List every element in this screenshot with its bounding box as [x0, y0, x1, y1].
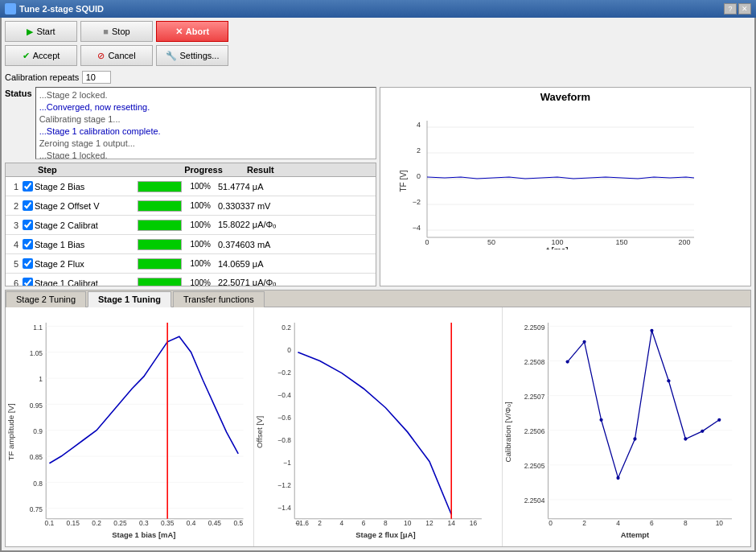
svg-text:100: 100	[551, 238, 563, 246]
close-button[interactable]: ✕	[738, 3, 751, 14]
svg-text:2.2507: 2.2507	[524, 393, 545, 401]
col-result: Result	[244, 165, 363, 175]
row-step: Stage 2 Flux	[35, 259, 134, 269]
settings-button[interactable]: 🔧 Settings...	[156, 45, 228, 66]
svg-text:−0.8: −0.8	[277, 436, 291, 444]
tab-stage2-tuning[interactable]: Stage 2 Tuning	[6, 291, 86, 307]
col-progress: Progress	[163, 165, 244, 175]
window-controls[interactable]: ? ✕	[724, 3, 751, 14]
progress-bar-outer	[138, 181, 182, 192]
svg-text:t [ms]: t [ms]	[546, 246, 568, 249]
svg-text:Stage 1 bias [mA]: Stage 1 bias [mA]	[112, 530, 175, 539]
table-row[interactable]: 1 Stage 2 Bias 100% 51.4774 μA	[6, 177, 376, 196]
svg-text:10: 10	[716, 519, 724, 527]
row-progress: 100%	[134, 181, 215, 192]
cancel-icon: ⊘	[97, 51, 105, 61]
stop-icon: ■	[103, 27, 109, 36]
row-step: Stage 2 Bias	[35, 182, 134, 192]
svg-text:0.45: 0.45	[208, 519, 222, 527]
svg-point-99	[633, 437, 636, 440]
row-pct: 100%	[183, 220, 211, 229]
svg-text:0.15: 0.15	[67, 519, 80, 527]
tab-stage1-tuning[interactable]: Stage 1 Tuning	[88, 291, 171, 307]
row-result: 22.5071 μA/Φ₀	[215, 278, 376, 286]
help-button[interactable]: ?	[724, 3, 737, 14]
svg-text:2: 2	[582, 519, 586, 527]
chart-offset: Offset [V] 0.2 0 −0.2 −0.4 −0.6 −0.8 −1 …	[254, 307, 503, 546]
row-checkbox[interactable]	[20, 200, 35, 211]
row-result: 51.4774 μA	[215, 182, 376, 192]
status-line: ...Converged, now resetting.	[39, 101, 372, 113]
svg-text:6: 6	[650, 519, 654, 527]
abort-icon: ✕	[175, 27, 183, 37]
svg-text:−0.4: −0.4	[277, 391, 291, 399]
svg-text:150: 150	[615, 238, 627, 246]
row-checkbox[interactable]	[20, 220, 35, 230]
status-box[interactable]: ...Stage 2 locked....Converged, now rese…	[35, 87, 376, 159]
play-icon: ▶	[27, 27, 33, 37]
svg-text:0.4: 0.4	[187, 519, 196, 527]
progress-bar-inner	[138, 182, 181, 192]
right-panel: Waveform TF [V] 4 2 0 −2 −4 0 50 100 150…	[380, 87, 751, 286]
start-button[interactable]: ▶ Start	[5, 21, 77, 42]
row-checkbox[interactable]	[20, 181, 35, 192]
table-row[interactable]: 5 Stage 2 Flux 100% 14.0659 μA	[6, 254, 376, 274]
svg-text:0.75: 0.75	[30, 505, 43, 513]
svg-text:1: 1	[39, 375, 43, 383]
calibration-repeats-row: Calibration repeats	[5, 71, 751, 84]
svg-point-103	[701, 430, 704, 433]
svg-text:Stage 2 flux [μA]: Stage 2 flux [μA]	[355, 530, 415, 539]
row-num: 4	[6, 240, 20, 249]
chart1-svg: TF amplitude [V] 1.1 1.05 1 0.95 0.9 0.8…	[7, 311, 252, 545]
row-result: 0.330337 mV	[215, 201, 376, 211]
row-progress: 100%	[134, 220, 215, 231]
toolbar-row1: ▶ Start ■ Stop ✕ Abort	[5, 21, 751, 42]
calibration-repeats-input[interactable]	[82, 71, 111, 84]
row-checkbox[interactable]	[20, 278, 35, 286]
abort-button[interactable]: ✕ Abort	[156, 21, 228, 42]
row-pct: 100%	[183, 182, 211, 191]
row-progress: 100%	[134, 200, 215, 212]
status-line: ...Stage 2 locked.	[39, 89, 372, 101]
svg-point-104	[717, 418, 721, 422]
svg-text:−1: −1	[283, 459, 291, 467]
progress-bar-inner	[138, 220, 181, 230]
window-title: Tune 2-stage SQUID	[19, 4, 724, 14]
cancel-button[interactable]: ⊘ Cancel	[80, 45, 153, 66]
row-progress: 100%	[134, 239, 215, 250]
svg-text:16: 16	[470, 519, 478, 527]
svg-text:50: 50	[487, 238, 495, 246]
svg-text:0.1: 0.1	[45, 519, 55, 527]
svg-text:0.2: 0.2	[92, 519, 101, 527]
col-step: Step	[35, 165, 163, 175]
row-pct: 100%	[183, 278, 211, 286]
table-row[interactable]: 6 Stage 1 Calibrat 100% 22.5071 μA/Φ₀	[6, 274, 376, 286]
stop-button[interactable]: ■ Stop	[80, 21, 153, 42]
tab-transfer-functions[interactable]: Transfer functions	[173, 291, 265, 307]
svg-text:0: 0	[417, 172, 421, 180]
svg-text:2: 2	[417, 146, 421, 154]
svg-point-100	[650, 329, 653, 332]
progress-bar-inner	[138, 201, 181, 211]
svg-text:0.3: 0.3	[139, 519, 149, 527]
table-row[interactable]: 4 Stage 1 Bias 100% 0.374603 mA	[6, 235, 376, 254]
calibration-repeats-label: Calibration repeats	[5, 72, 79, 82]
chart-calibration: Calibration [V/Φ₀] 2.2509 2.2508 2.2507 …	[503, 307, 750, 546]
svg-text:−4: −4	[413, 224, 421, 232]
svg-text:1.1: 1.1	[33, 323, 43, 332]
table-row[interactable]: 2 Stage 2 Offset V 100% 0.330337 mV	[6, 196, 376, 216]
row-progress: 100%	[134, 258, 215, 270]
row-checkbox[interactable]	[20, 258, 35, 269]
row-checkbox[interactable]	[20, 239, 35, 249]
accept-button[interactable]: ✔ Accept	[5, 45, 77, 66]
svg-text:0: 0	[296, 519, 300, 527]
svg-text:2.2508: 2.2508	[524, 358, 545, 366]
svg-text:0: 0	[549, 519, 553, 527]
svg-text:0.95: 0.95	[30, 402, 43, 410]
svg-text:0.8: 0.8	[33, 480, 43, 488]
svg-text:4: 4	[417, 121, 421, 129]
table-row[interactable]: 3 Stage 2 Calibrat 100% 15.8022 μA/Φ₀	[6, 216, 376, 235]
svg-point-95	[566, 360, 569, 363]
row-num: 5	[6, 259, 20, 269]
svg-text:2.2504: 2.2504	[524, 496, 545, 505]
